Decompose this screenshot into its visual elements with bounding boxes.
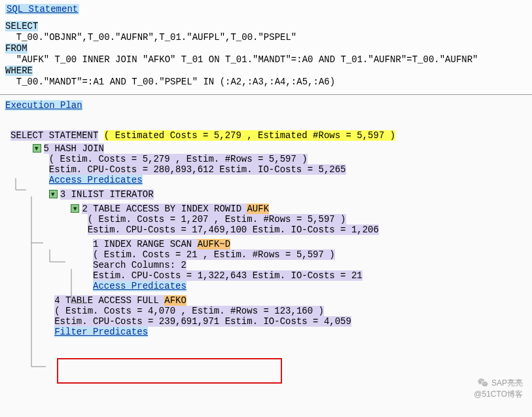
root-label: SELECT STATEMENT [10,130,98,141]
toggle-icon[interactable]: ▾ [49,190,58,198]
node5-title[interactable]: 5 HASH JOIN [44,143,104,154]
sql-kw-from: FROM [5,43,27,54]
node4-l1: ( Estim. Costs = 4,070 , Estim. #Rows = … [54,306,324,316]
toggle-icon[interactable]: ▾ [33,144,41,153]
node1-link[interactable]: Access Predicates [93,281,186,291]
wechat-icon [477,377,489,389]
toggle-icon[interactable]: ▾ [71,204,79,213]
node2-title[interactable]: 2 TABLE ACCESS BY INDEX ROWID [82,204,247,214]
node3-title[interactable]: 3 INLIST ITERATOR [60,189,154,200]
sql-line-cols: T_00."OBJNR",T_00."AUFNR",T_01."AUFPL",T… [5,32,527,43]
node4-table: AFKO [164,295,186,306]
sql-kw-select: SELECT [5,21,38,31]
node1-l1: ( Estim. Costs = 21 , Estim. #Rows = 5,5… [93,249,335,260]
sql-kw-where: WHERE [5,65,33,76]
node2-l2: Estim. CPU-Costs = 17,469,100 Estim. IO-… [88,225,379,235]
tree-root[interactable]: SELECT STATEMENT ( Estimated Costs = 5,2… [10,130,527,141]
sql-section: SQL Statement SELECT T_00."OBJNR",T_00."… [0,0,532,95]
root-est: ( Estimated Costs = 5,279 , Estimated #R… [104,130,395,141]
node4-link[interactable]: Filter Predicates [54,327,148,337]
node1-l3: Estim. CPU-Costs = 1,322,643 Estim. IO-C… [93,270,363,281]
node1-l2: Search Columns: 2 [93,260,186,270]
sql-line-where: T_00."MANDT"=:A1 AND T_00."PSPEL" IN (:A… [5,77,527,88]
node1-title[interactable]: 1 INDEX RANGE SCAN [93,239,198,249]
node4-l2: Estim. CPU-Costs = 239,691,971 Estim. IO… [54,316,351,327]
node5-l1: ( Estim. Costs = 5,279 , Estim. #Rows = … [49,154,308,164]
sql-line-from: "AUFK" T_00 INNER JOIN "AFKO" T_01 ON T_… [5,54,527,65]
sql-header: SQL Statement [5,4,79,14]
sql-block: SELECT T_00."OBJNR",T_00."AUFNR",T_01."A… [5,21,527,88]
plan-section: Execution Plan SELECT STATEMENT ( Estima… [0,95,532,342]
watermark-l2: @51CTO博客 [474,389,523,400]
watermark: SAP亮亮 @51CTO博客 [474,377,523,400]
plan-header: Execution Plan [5,100,82,111]
node4-title[interactable]: 4 TABLE ACCESS FULL [54,295,164,306]
watermark-l1: SAP亮亮 [491,378,523,389]
node2-l1: ( Estim. Costs = 1,207 , Estim. #Rows = … [88,214,346,225]
node2-table: AUFK [247,204,269,214]
node5-link[interactable]: Access Predicates [49,175,143,185]
highlight-box [57,358,282,384]
node1-index: AUFK~D [198,239,230,249]
execution-tree: SELECT STATEMENT ( Estimated Costs = 5,2… [5,130,527,337]
node5-l2: Estim. CPU-Costs = 280,893,612 Estim. IO… [49,164,346,175]
